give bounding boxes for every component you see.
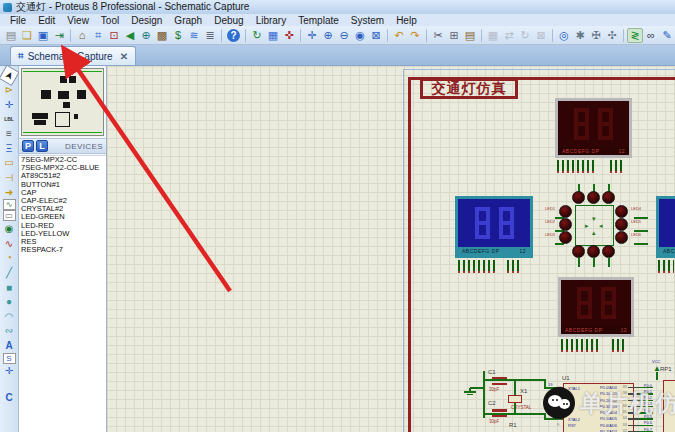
block-delete-button[interactable]: ⊠ — [533, 28, 549, 43]
voltage-probe-icon[interactable]: ∿ — [1, 236, 17, 251]
wire-autorouter-button[interactable]: ≷ — [627, 28, 643, 43]
led[interactable] — [572, 245, 585, 258]
menu-item[interactable]: View — [61, 15, 95, 26]
junction-dot-icon[interactable]: ✛ — [1, 97, 17, 112]
led[interactable] — [602, 191, 615, 204]
block-rotate-button[interactable]: ↻ — [517, 28, 533, 43]
seven-seg-display-blue-right[interactable]: ABCDEFG DP — [656, 196, 675, 258]
crystal-x1[interactable] — [508, 395, 522, 403]
rotate-cw-icon[interactable]: C — [1, 390, 17, 405]
generator-mode-icon[interactable]: ◉ — [1, 221, 17, 236]
symbol-2d-icon[interactable]: S — [3, 353, 16, 364]
cut-button[interactable]: ✂ — [430, 28, 446, 43]
led[interactable] — [559, 205, 572, 218]
overview-minimap[interactable] — [21, 68, 104, 136]
origin-button[interactable]: ✜ — [281, 28, 297, 43]
separator[interactable] — [481, 29, 482, 42]
text-2d-icon[interactable]: A — [1, 338, 17, 353]
library-button[interactable]: L — [36, 140, 48, 152]
gerber-viewer-button[interactable]: ▩ — [154, 28, 170, 43]
zoom-in-button[interactable]: ⊕ — [320, 28, 336, 43]
grid-toggle-button[interactable]: ▦ — [265, 28, 281, 43]
search-components-button[interactable]: ∞ — [643, 28, 659, 43]
led[interactable] — [615, 218, 628, 231]
menu-item[interactable]: Design — [125, 15, 168, 26]
save-project-button[interactable]: ▣ — [35, 28, 51, 43]
block-move-button[interactable]: ⇄ — [501, 28, 517, 43]
separator[interactable] — [245, 29, 246, 42]
separator[interactable] — [623, 29, 624, 42]
zoom-all-button[interactable]: ⊠ — [368, 28, 384, 43]
separator[interactable] — [387, 29, 388, 42]
zoom-out-button[interactable]: ⊖ — [336, 28, 352, 43]
device-list-item[interactable]: RESPACK-7 — [19, 246, 106, 254]
menu-item[interactable]: Template — [292, 15, 345, 26]
terminals-icon[interactable]: ⊣ — [1, 170, 17, 185]
pcb-layout-button[interactable]: ⊡ — [106, 28, 122, 43]
redo-button[interactable]: ↷ — [407, 28, 423, 43]
current-probe-icon[interactable]: ◔ — [1, 251, 17, 266]
menu-item[interactable]: Debug — [208, 15, 249, 26]
schematic-canvas[interactable]: 交通灯仿真 ABCDEFG DP12 ABCDEFG DP12 ABCDEFG … — [107, 66, 675, 432]
separator[interactable] — [300, 29, 301, 42]
menu-item[interactable]: Library — [250, 15, 293, 26]
3d-viewer-button[interactable]: ⊕ — [138, 28, 154, 43]
property-assignment-button[interactable]: ✎ — [659, 28, 675, 43]
help-button[interactable]: ? — [227, 29, 240, 42]
paste-button[interactable]: ▤ — [462, 28, 478, 43]
decompose-button[interactable]: ✣ — [604, 28, 620, 43]
open-project-button[interactable]: ❏ — [19, 28, 35, 43]
menu-item[interactable]: Edit — [32, 15, 61, 26]
bom-button[interactable]: $ — [170, 28, 186, 43]
schematic-capture-button[interactable]: ⌗ — [90, 28, 106, 43]
pan-button[interactable]: ✛ — [304, 28, 320, 43]
tab-schematic-capture[interactable]: ⌗ Schematic Capture ✕ — [10, 46, 136, 65]
block-copy-button[interactable]: ▦ — [485, 28, 501, 43]
box-2d-icon[interactable]: ■ — [1, 280, 17, 295]
new-project-button[interactable]: ▤ — [3, 28, 19, 43]
led[interactable] — [602, 245, 615, 258]
separator[interactable] — [70, 29, 71, 42]
seven-seg-display-bottom[interactable]: ABCDEFG DP12 — [558, 277, 634, 337]
make-device-button[interactable]: ✱ — [572, 28, 588, 43]
undo-button[interactable]: ↶ — [391, 28, 407, 43]
pick-device-button[interactable]: P — [22, 140, 34, 152]
text-script-icon[interactable]: ≡ — [1, 126, 17, 141]
led[interactable] — [559, 218, 572, 231]
seven-seg-display-blue-left[interactable]: ABCDEFG DP12 — [455, 196, 533, 258]
tape-recorder-icon[interactable]: ▭ — [3, 210, 16, 221]
circle-2d-icon[interactable]: ● — [1, 294, 17, 309]
packaging-tool-button[interactable]: ✠ — [588, 28, 604, 43]
subcircuit-icon[interactable]: ▭ — [1, 156, 17, 171]
separator[interactable] — [221, 29, 222, 42]
led[interactable] — [559, 231, 572, 244]
marker-2d-icon[interactable]: ✛ — [1, 364, 17, 379]
menu-item[interactable]: System — [345, 15, 390, 26]
menu-item[interactable]: Graph — [168, 15, 208, 26]
led[interactable] — [587, 191, 600, 204]
arc-2d-icon[interactable]: ◠ — [1, 309, 17, 324]
graph-mode-icon[interactable]: ∿ — [3, 199, 16, 210]
electrical-rule-button[interactable]: ≋ — [186, 28, 202, 43]
menu-item[interactable]: Tool — [95, 15, 125, 26]
simulate-button[interactable]: ◀ — [122, 28, 138, 43]
led[interactable] — [572, 191, 585, 204]
copy-button[interactable]: ⊞ — [446, 28, 462, 43]
zoom-area-button[interactable]: ◉ — [352, 28, 368, 43]
led[interactable] — [615, 205, 628, 218]
design-explorer-button[interactable]: ≣ — [202, 28, 218, 43]
seven-seg-display-top[interactable]: ABCDEFG DP12 — [555, 98, 632, 158]
led[interactable] — [587, 245, 600, 258]
tab-close-icon[interactable]: ✕ — [120, 51, 128, 62]
wire-label-icon[interactable]: LBL — [1, 112, 17, 127]
menu-item[interactable]: File — [4, 15, 32, 26]
pick-parts-button[interactable]: ◎ — [556, 28, 572, 43]
home-page-button[interactable]: ⌂ — [74, 28, 90, 43]
import-project-button[interactable]: ⇥ — [51, 28, 67, 43]
buses-mode-icon[interactable]: Ξ — [1, 141, 17, 156]
device-pins-icon[interactable]: ➜ — [1, 185, 17, 200]
menu-item[interactable]: Help — [390, 15, 423, 26]
line-2d-icon[interactable]: ╱ — [1, 265, 17, 280]
path-2d-icon[interactable]: ∾ — [1, 324, 17, 339]
separator[interactable] — [552, 29, 553, 42]
